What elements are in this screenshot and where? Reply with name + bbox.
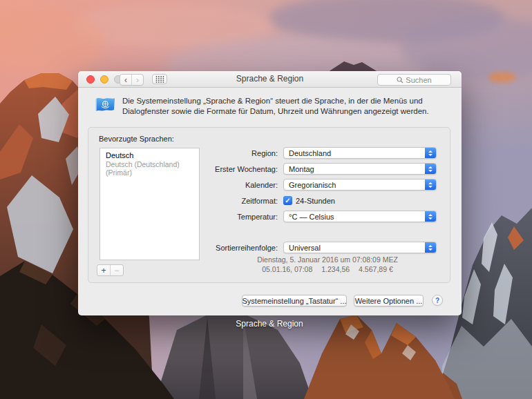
help-button[interactable]: ? [432, 295, 443, 306]
form-row-time-format: Zeitformat: ✓ 24-Stunden [78, 195, 462, 206]
region-value: Deutschland [284, 149, 425, 157]
search-icon [397, 77, 403, 84]
preferred-languages-label: Bevorzugte Sprachen: [99, 135, 174, 143]
nav-buttons: ‹ › [120, 74, 144, 86]
preview-currency: 4.567,89 € [359, 264, 393, 274]
time-format-checkbox[interactable]: ✓ [283, 196, 292, 205]
header: Die Systemeinstellung „Sprache & Region“… [78, 87, 462, 127]
temperature-value: °C — Celsius [284, 213, 425, 221]
form-row-sort-order: Sortierreihenfolge: Universal [78, 242, 462, 253]
advanced-options-button[interactable]: Weitere Optionen ... [354, 295, 424, 306]
preview-datetime: Dienstag, 5. Januar 2016 um 07:08:09 MEZ [237, 255, 418, 264]
form-row-first-weekday: Erster Wochentag: Montag [78, 163, 462, 175]
back-button[interactable]: ‹ [120, 75, 132, 85]
sort-order-value: Universal [284, 244, 425, 252]
popup-stepper-icon [425, 242, 436, 253]
search-input[interactable]: Suchen [377, 74, 451, 86]
language-region-flag-icon [94, 96, 116, 114]
sort-order-label: Sortierreihenfolge: [140, 244, 278, 252]
remove-language-button: − [111, 265, 123, 275]
form-row-calendar: Kalender: Gregorianisch [78, 179, 462, 191]
add-language-button[interactable]: + [97, 265, 111, 275]
search-placeholder: Suchen [406, 76, 431, 84]
keyboard-settings-button[interactable]: Systemeinstellung „Tastatur“ ... [242, 295, 347, 306]
popup-stepper-icon [425, 148, 436, 158]
show-all-button[interactable] [152, 74, 167, 84]
first-weekday-label: Erster Wochentag: [140, 165, 278, 173]
calendar-popup[interactable]: Gregorianisch [283, 179, 437, 191]
popup-stepper-icon [425, 211, 436, 222]
time-format-label: Zeitformat: [140, 197, 278, 205]
forward-button: › [132, 75, 143, 85]
calendar-label: Kalender: [140, 181, 278, 189]
temperature-popup[interactable]: °C — Celsius [283, 211, 437, 222]
traffic-lights [86, 75, 122, 84]
preview-short-date: 05.01.16, 07:08 [262, 264, 312, 274]
popup-stepper-icon [425, 164, 436, 174]
calendar-value: Gregorianisch [284, 181, 425, 189]
show-all-grid-icon [155, 76, 164, 83]
form-row-region: Region: Deutschland [78, 147, 462, 159]
temperature-label: Temperatur: [140, 213, 278, 221]
sort-order-popup[interactable]: Universal [283, 242, 437, 253]
screenshot-caption: Sprache & Region [197, 319, 342, 329]
region-label: Region: [140, 149, 278, 157]
form-row-temperature: Temperatur: °C — Celsius [78, 211, 462, 222]
add-remove-control: + − [97, 264, 124, 276]
window-title: Sprache & Region [175, 71, 365, 87]
preview-number: 1.234,56 [321, 264, 350, 274]
preview-formats: 05.01.16, 07:08 1.234,56 4.567,89 € [237, 264, 418, 274]
minimize-button[interactable] [100, 75, 108, 84]
checkbox-check-icon: ✓ [285, 197, 290, 204]
region-popup[interactable]: Deutschland [283, 147, 437, 159]
first-weekday-value: Montag [284, 165, 425, 173]
titlebar[interactable]: ‹ › Sprache & Region [78, 71, 462, 88]
format-preview: Dienstag, 5. Januar 2016 um 07:08:09 MEZ… [237, 255, 418, 274]
time-format-value[interactable]: 24-Stunden [296, 197, 335, 205]
preferences-window: ‹ › Sprache & Region [78, 71, 462, 315]
desktop: ‹ › Sprache & Region [0, 0, 532, 399]
pane-description: Die Systemeinstellung „Sprache & Region“… [122, 96, 435, 117]
popup-stepper-icon [425, 179, 436, 190]
first-weekday-popup[interactable]: Montag [283, 163, 437, 175]
close-button[interactable] [86, 75, 95, 84]
